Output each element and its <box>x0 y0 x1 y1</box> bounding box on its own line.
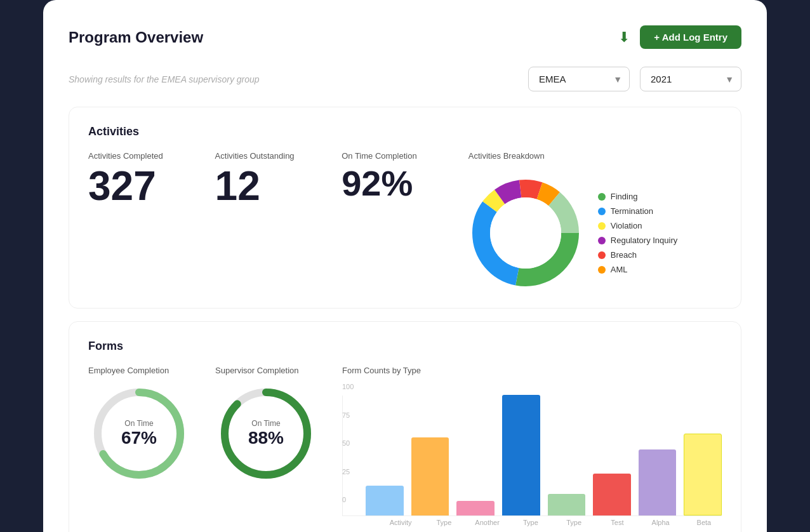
legend-label-breach: Breach <box>611 250 637 260</box>
activities-ontime-stat: On Time Completion 92% <box>342 151 468 201</box>
legend-label-regulatory: Regulatory Inquiry <box>611 236 678 245</box>
filter-label: Showing results for the EMEA supervisory… <box>69 74 518 84</box>
donut-chart <box>468 176 583 290</box>
header: Program Overview ⬇ + Add Log Entry <box>69 25 741 49</box>
filter-bar: Showing results for the EMEA supervisory… <box>69 67 741 91</box>
bars-container <box>342 396 722 516</box>
bar-col-alpha <box>639 449 677 516</box>
group-select-wrapper: EMEA APAC AMER ▼ <box>528 67 630 91</box>
legend-dot-regulatory <box>598 237 606 244</box>
bar-col-type3 <box>548 494 586 515</box>
legend-item-termination: Termination <box>598 206 678 216</box>
bar-col-activity <box>366 486 404 516</box>
legend-label-finding: Finding <box>611 192 638 201</box>
forms-row: Employee Completion On Time 67% Supervis… <box>88 366 722 526</box>
employee-completion-label: Employee Completion <box>88 366 169 375</box>
breakdown-inner: Finding Termination Violation Regul <box>468 176 722 290</box>
x-label-activity: Activity <box>383 519 418 526</box>
legend-item-violation: Violation <box>598 221 678 230</box>
supervisor-circle: On Time 88% <box>215 383 317 484</box>
x-label-test: Test <box>599 519 635 526</box>
legend-item-aml: AML <box>598 265 678 274</box>
bar-type3 <box>548 494 586 515</box>
legend-dot-violation <box>598 222 606 230</box>
activities-title: Activities <box>88 125 722 138</box>
y-label-0: 0 <box>342 496 360 503</box>
bar-chart-area: Form Counts by Type 0 25 50 75 100 <box>342 366 722 526</box>
page-title: Program Overview <box>69 29 203 46</box>
donut-svg <box>468 176 583 290</box>
bar-col-type2 <box>502 395 540 515</box>
supervisor-on-time-label: On Time <box>248 419 284 428</box>
x-label-beta: Beta <box>686 519 722 526</box>
supervisor-pct-value: 88% <box>248 428 284 448</box>
bar-chart: 0 25 50 75 100 <box>342 383 722 516</box>
breakdown-title: Activities Breakdown <box>468 151 722 161</box>
legend-label-termination: Termination <box>611 206 653 216</box>
activities-row: Activities Completed 327 Activities Outs… <box>88 151 722 290</box>
legend-label-aml: AML <box>611 265 628 274</box>
x-label-another: Another <box>470 519 505 526</box>
employee-completion-stat: Employee Completion On Time 67% <box>88 366 190 484</box>
x-axis-labels: Activity Type Another Type Type Test Alp… <box>342 519 722 526</box>
bar-chart-title: Form Counts by Type <box>342 366 722 375</box>
legend-dot-termination <box>598 208 606 215</box>
supervisor-completion-label: Supervisor Completion <box>215 366 299 375</box>
header-actions: ⬇ + Add Log Entry <box>618 25 741 49</box>
bar-test <box>593 474 631 516</box>
supervisor-circle-center: On Time 88% <box>248 419 284 448</box>
legend-label-violation: Violation <box>611 221 642 230</box>
bar-type1 <box>411 437 449 516</box>
main-card: Program Overview ⬇ + Add Log Entry Showi… <box>43 0 767 532</box>
y-axis-labels: 0 25 50 75 100 <box>342 383 360 503</box>
y-label-100: 100 <box>342 383 360 390</box>
activities-breakdown: Activities Breakdown <box>468 151 722 290</box>
y-label-75: 75 <box>342 411 360 419</box>
y-label-50: 50 <box>342 439 360 447</box>
activities-outstanding-stat: Activities Outstanding 12 <box>215 151 342 206</box>
legend: Finding Termination Violation Regul <box>598 192 678 274</box>
bar-type2 <box>502 395 540 515</box>
employee-on-time-label: On Time <box>121 419 157 428</box>
x-label-type3: Type <box>556 519 592 526</box>
add-log-entry-button[interactable]: + Add Log Entry <box>640 25 741 49</box>
supervisor-completion-stat: Supervisor Completion On Time 88% <box>215 366 317 484</box>
activities-ontime-value: 92% <box>342 166 468 201</box>
y-label-25: 25 <box>342 468 360 475</box>
year-select[interactable]: 2019 2020 2021 2022 <box>640 67 741 91</box>
legend-item-regulatory: Regulatory Inquiry <box>598 236 678 245</box>
activities-completed-value: 327 <box>88 166 215 206</box>
employee-circle-center: On Time 67% <box>121 419 157 448</box>
x-label-type2: Type <box>513 519 548 526</box>
activities-completed-label: Activities Completed <box>88 151 215 161</box>
legend-item-breach: Breach <box>598 250 678 260</box>
bar-col-type1 <box>411 437 449 516</box>
x-label-alpha: Alpha <box>643 519 679 526</box>
bar-activity <box>366 486 404 516</box>
bar-beta <box>684 434 722 515</box>
legend-dot-aml <box>598 266 606 274</box>
bar-col-beta <box>684 434 722 515</box>
activities-outstanding-value: 12 <box>215 166 342 206</box>
year-select-wrapper: 2019 2020 2021 2022 ▼ <box>640 67 741 91</box>
bar-another <box>456 501 495 515</box>
legend-dot-breach <box>598 251 606 259</box>
activities-section: Activities Activities Completed 327 Acti… <box>69 107 741 309</box>
legend-dot-finding <box>598 193 606 201</box>
activities-outstanding-label: Activities Outstanding <box>215 151 342 161</box>
forms-title: Forms <box>88 340 722 353</box>
activities-ontime-label: On Time Completion <box>342 151 468 161</box>
employee-pct-value: 67% <box>121 428 157 448</box>
bar-col-test <box>593 474 631 516</box>
bar-col-another <box>456 501 495 515</box>
activities-completed-stat: Activities Completed 327 <box>88 151 215 206</box>
x-label-type1: Type <box>426 519 461 526</box>
donut-center <box>490 197 561 269</box>
download-icon[interactable]: ⬇ <box>618 29 630 46</box>
group-select[interactable]: EMEA APAC AMER <box>528 67 630 91</box>
forms-section: Forms Employee Completion On Time 67% <box>69 321 741 532</box>
legend-item-finding: Finding <box>598 192 678 201</box>
employee-circle: On Time 67% <box>88 383 190 484</box>
bar-alpha <box>639 449 677 516</box>
